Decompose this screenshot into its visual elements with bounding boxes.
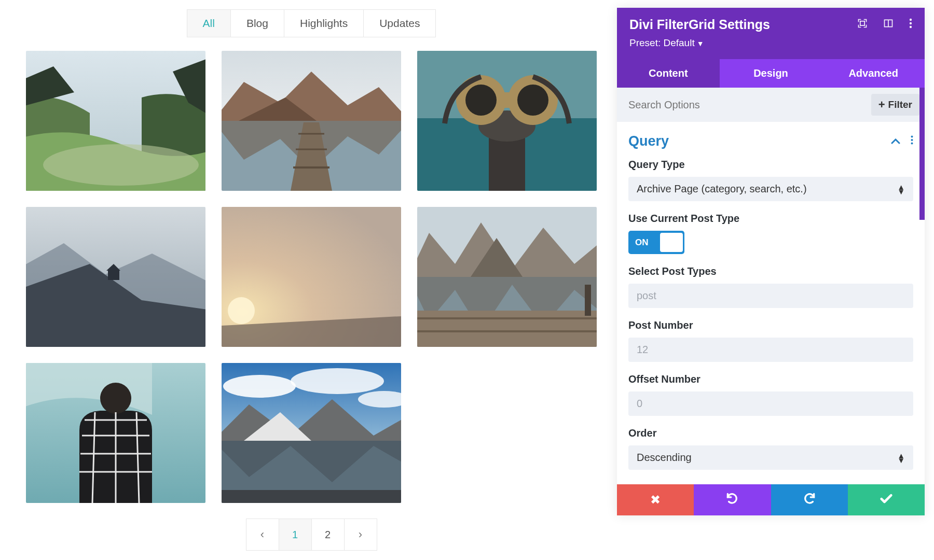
section-title-query[interactable]: Query: [628, 133, 669, 149]
preset-label: Preset: Default: [629, 37, 695, 48]
chevron-up-icon[interactable]: [891, 135, 900, 147]
undo-button[interactable]: [694, 484, 771, 515]
post-number-input-wrap[interactable]: [628, 338, 913, 362]
grid-item[interactable]: [417, 207, 597, 347]
field-query-type: Query Type Archive Page (category, searc…: [628, 159, 913, 201]
main-content: All Blog Highlights Updates: [0, 9, 617, 551]
chevron-right-icon: ›: [359, 528, 362, 541]
field-label: Offset Number: [628, 373, 913, 385]
toggle-label: ON: [635, 237, 649, 248]
search-row: + Filter: [617, 88, 925, 122]
svg-rect-42: [222, 490, 401, 503]
pagination-page-2[interactable]: 2: [311, 519, 345, 551]
pagination-prev[interactable]: ‹: [246, 519, 279, 551]
svg-point-39: [291, 368, 384, 394]
check-icon: [879, 491, 894, 509]
svg-point-51: [911, 143, 913, 145]
select-value: Descending: [637, 452, 692, 464]
panel-body[interactable]: + Filter Query: [617, 88, 925, 484]
grid-item[interactable]: [26, 207, 205, 347]
post-types-input[interactable]: [637, 290, 905, 302]
scrollbar-thumb[interactable]: [919, 88, 925, 220]
pagination: ‹ 1 2 ›: [26, 519, 597, 551]
svg-point-29: [100, 383, 131, 414]
more-vert-icon[interactable]: [909, 18, 912, 32]
filter-tabs: All Blog Highlights Updates: [26, 9, 597, 37]
svg-point-47: [910, 22, 912, 24]
field-label: Order: [628, 427, 913, 439]
svg-point-14: [465, 85, 497, 116]
panel-footer: ✖: [617, 484, 925, 515]
svg-point-48: [910, 25, 912, 27]
filter-tab-highlights[interactable]: Highlights: [284, 10, 364, 37]
select-value: Archive Page (category, search, etc.): [637, 183, 807, 195]
pagination-page-1[interactable]: 1: [279, 519, 312, 551]
order-select[interactable]: Descending ▲▼: [628, 445, 913, 470]
field-use-current-post-type: Use Current Post Type ON: [628, 213, 913, 254]
post-number-input[interactable]: [637, 344, 905, 356]
toggle-knob: [660, 233, 683, 252]
select-post-types-input[interactable]: [628, 284, 913, 308]
offset-number-input[interactable]: [637, 398, 905, 410]
panel-title: Divi FilterGrid Settings: [629, 17, 770, 32]
offset-number-input-wrap[interactable]: [628, 391, 913, 416]
field-label: Post Number: [628, 319, 913, 331]
redo-button[interactable]: [771, 484, 848, 515]
svg-point-50: [911, 139, 913, 141]
query-section: Query Query Type Archive Page (category,…: [617, 122, 925, 484]
undo-icon: [725, 492, 739, 508]
field-order: Order Descending ▲▼: [628, 427, 913, 470]
svg-point-46: [910, 18, 912, 20]
query-type-select[interactable]: Archive Page (category, search, etc.) ▲▼: [628, 177, 913, 201]
svg-rect-16: [501, 92, 513, 108]
grid-item[interactable]: [222, 51, 401, 191]
field-label: Select Post Types: [628, 265, 913, 277]
chevron-left-icon: ‹: [260, 528, 264, 541]
post-grid: [26, 51, 597, 503]
svg-point-15: [517, 85, 548, 116]
svg-point-21: [228, 297, 255, 324]
sort-arrows-icon: ▲▼: [897, 185, 905, 194]
grid-item[interactable]: [26, 51, 205, 191]
field-select-post-types: Select Post Types: [628, 265, 913, 308]
filter-button[interactable]: + Filter: [871, 94, 919, 116]
field-label: Use Current Post Type: [628, 213, 913, 225]
panel-tab-design[interactable]: Design: [720, 59, 822, 88]
grid-item[interactable]: [417, 51, 597, 191]
sort-arrows-icon: ▲▼: [897, 453, 905, 463]
pagination-next[interactable]: ›: [344, 519, 377, 551]
svg-point-1: [43, 144, 199, 186]
svg-point-49: [911, 136, 913, 138]
caret-down-icon: ▼: [697, 39, 704, 48]
save-button[interactable]: [848, 484, 925, 515]
grid-item[interactable]: [26, 363, 205, 503]
svg-rect-24: [417, 311, 597, 347]
preset-selector[interactable]: Preset: Default▼: [629, 37, 912, 49]
svg-rect-43: [860, 21, 864, 25]
close-icon: ✖: [650, 493, 661, 507]
grid-item[interactable]: [222, 363, 401, 503]
field-offset-number: Offset Number: [628, 373, 913, 416]
field-label: Query Type: [628, 159, 913, 171]
use-current-toggle[interactable]: ON: [628, 231, 684, 254]
filter-tab-updates[interactable]: Updates: [364, 10, 435, 37]
svg-rect-9: [417, 51, 597, 118]
grid-item[interactable]: [222, 207, 401, 347]
expand-icon[interactable]: [857, 18, 868, 32]
redo-icon: [803, 492, 816, 508]
more-vert-icon[interactable]: [911, 135, 913, 147]
cancel-button[interactable]: ✖: [617, 484, 694, 515]
filter-tab-blog[interactable]: Blog: [231, 10, 284, 37]
field-post-number: Post Number: [628, 319, 913, 362]
panel-tab-advanced[interactable]: Advanced: [822, 59, 925, 88]
panel-header: Divi FilterGrid Settings Preset: Default…: [617, 8, 925, 59]
columns-icon[interactable]: [883, 18, 894, 32]
settings-panel: Divi FilterGrid Settings Preset: Default…: [617, 8, 925, 515]
svg-point-38: [223, 375, 296, 398]
svg-rect-18: [108, 271, 119, 280]
svg-rect-27: [585, 285, 591, 316]
panel-tab-content[interactable]: Content: [617, 59, 720, 88]
search-input[interactable]: [628, 99, 871, 111]
filter-tab-all[interactable]: All: [187, 10, 231, 37]
filter-button-label: Filter: [888, 99, 912, 110]
